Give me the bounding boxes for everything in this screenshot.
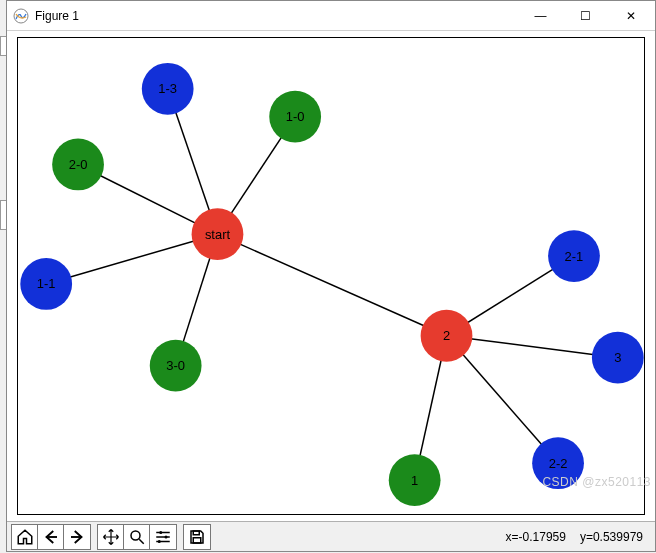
svg-point-21: [158, 540, 161, 543]
home-button[interactable]: [12, 525, 38, 549]
graph-node[interactable]: 1-3: [142, 63, 194, 115]
svg-point-19: [165, 535, 168, 538]
home-icon: [16, 528, 34, 546]
graph-node[interactable]: 1-0: [269, 91, 321, 143]
graph-node-label: 2-2: [549, 456, 568, 471]
minimize-icon: —: [535, 9, 547, 23]
network-graph: start21-31-02-01-13-02-132-21: [17, 37, 645, 515]
svg-rect-22: [193, 531, 199, 535]
app-icon: [13, 8, 29, 24]
zoom-icon: [128, 528, 146, 546]
graph-edge: [217, 234, 446, 336]
svg-point-14: [131, 531, 140, 540]
plot-area[interactable]: start21-31-02-01-13-02-132-21 CSDN @zx52…: [7, 31, 655, 521]
graph-node[interactable]: start: [192, 208, 244, 260]
graph-node-label: 2-0: [69, 157, 88, 172]
graph-node[interactable]: 1-1: [20, 258, 72, 310]
close-button[interactable]: ✕: [608, 1, 653, 30]
graph-node-label: start: [205, 227, 231, 242]
move-icon: [102, 528, 120, 546]
configure-button[interactable]: [150, 525, 176, 549]
graph-node[interactable]: 2: [421, 310, 473, 362]
nav-group-view: [97, 524, 177, 550]
window-title: Figure 1: [35, 9, 518, 23]
back-button[interactable]: [38, 525, 64, 549]
svg-rect-23: [193, 537, 201, 542]
svg-line-15: [139, 539, 144, 544]
figure-window: Figure 1 — ☐ ✕ start21-31-02-01-13-02-13…: [6, 0, 656, 552]
status-x: x=-0.17959: [506, 530, 566, 544]
graph-node[interactable]: 1: [389, 454, 441, 506]
arrow-right-icon: [68, 528, 86, 546]
graph-node-label: 2-1: [565, 249, 584, 264]
graph-node-label: 2: [443, 328, 450, 343]
title-bar: Figure 1 — ☐ ✕: [7, 1, 655, 31]
zoom-button[interactable]: [124, 525, 150, 549]
forward-button[interactable]: [64, 525, 90, 549]
graph-node-label: 1-3: [158, 81, 177, 96]
minimize-button[interactable]: —: [518, 1, 563, 30]
maximize-icon: ☐: [580, 9, 591, 23]
graph-node[interactable]: 2-1: [548, 230, 600, 282]
graph-node-label: 3-0: [166, 358, 185, 373]
graph-node-label: 1-0: [286, 109, 305, 124]
save-button[interactable]: [184, 525, 210, 549]
graph-node[interactable]: 3: [592, 332, 644, 384]
maximize-button[interactable]: ☐: [563, 1, 608, 30]
pan-button[interactable]: [98, 525, 124, 549]
graph-node[interactable]: 3-0: [150, 340, 202, 392]
graph-node-label: 3: [614, 350, 621, 365]
status-y: y=0.539979: [580, 530, 643, 544]
nav-group-save: [183, 524, 211, 550]
nav-group-home: [11, 524, 91, 550]
graph-node-label: 1-1: [37, 276, 56, 291]
save-icon: [188, 528, 206, 546]
cursor-status: x=-0.17959 y=0.539979: [506, 530, 651, 544]
graph-node[interactable]: 2-0: [52, 139, 104, 191]
close-icon: ✕: [626, 9, 636, 23]
graph-edge: [46, 234, 217, 284]
graph-node-label: 1: [411, 473, 418, 488]
sliders-icon: [154, 528, 172, 546]
graph-node[interactable]: 2-2: [532, 437, 584, 489]
svg-point-17: [159, 531, 162, 534]
nav-toolbar: x=-0.17959 y=0.539979: [7, 521, 655, 551]
graph-edge: [447, 336, 618, 358]
arrow-left-icon: [42, 528, 60, 546]
edges-layer: [46, 89, 618, 480]
